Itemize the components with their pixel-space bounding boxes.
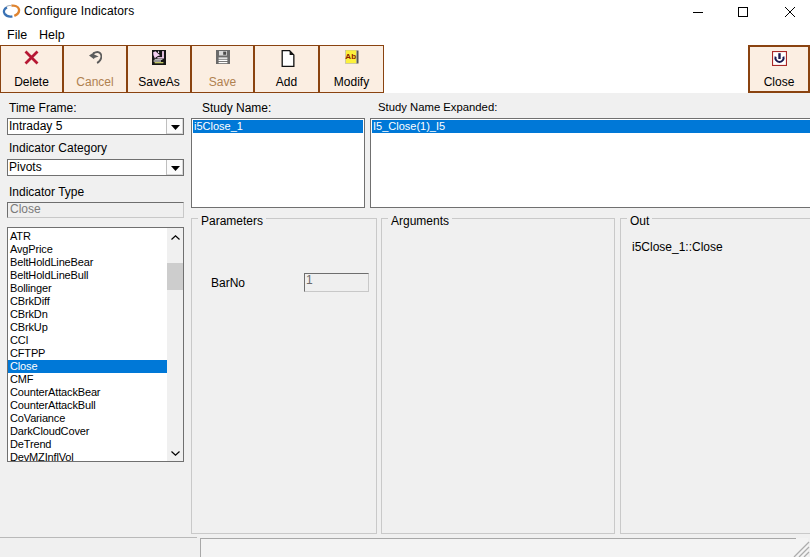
svg-text:Ab: Ab: [345, 52, 356, 61]
